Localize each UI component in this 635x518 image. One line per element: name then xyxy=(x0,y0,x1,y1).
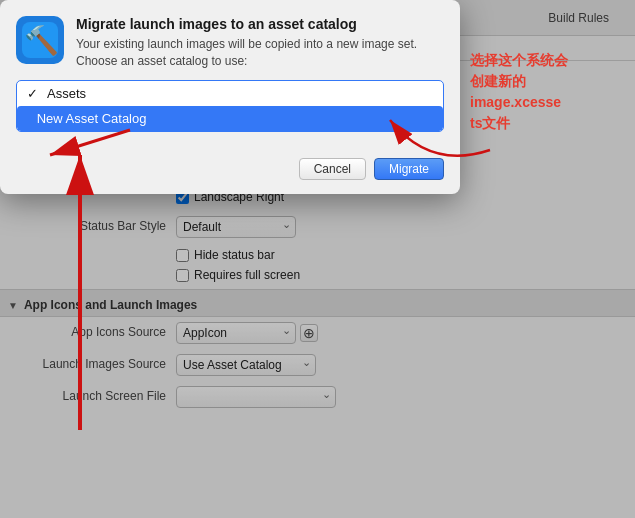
svg-text:🔨: 🔨 xyxy=(24,24,59,57)
annotation-line3: image.xcesse xyxy=(470,94,561,110)
dialog-text-content: Migrate launch images to an asset catalo… xyxy=(76,16,417,70)
annotation-line4: ts文件 xyxy=(470,115,510,131)
annotation: 选择这个系统会 创建新的 image.xcesse ts文件 xyxy=(470,50,630,134)
new-asset-option-label: New Asset Catalog xyxy=(37,111,147,126)
assets-option-label: Assets xyxy=(47,86,86,101)
annotation-text: 选择这个系统会 创建新的 image.xcesse ts文件 xyxy=(470,50,630,134)
dialog-dropdown-area: ✓ Assets New Asset Catalog xyxy=(0,80,460,150)
dialog-option-new-asset-catalog[interactable]: New Asset Catalog xyxy=(17,106,443,131)
dialog-title: Migrate launch images to an asset catalo… xyxy=(76,16,417,32)
dialog-subtitle: Your existing launch images will be copi… xyxy=(76,36,417,70)
annotation-line1: 选择这个系统会 xyxy=(470,52,568,68)
dialog-dropdown-list: ✓ Assets New Asset Catalog xyxy=(16,80,444,132)
xcode-icon: 🔨 xyxy=(16,16,64,64)
dialog-buttons: Cancel Migrate xyxy=(0,150,460,194)
migrate-button[interactable]: Migrate xyxy=(374,158,444,180)
assets-checkmark: ✓ xyxy=(27,86,41,101)
dialog-box: 🔨 Migrate launch images to an asset cata… xyxy=(0,0,460,194)
dialog-option-assets[interactable]: ✓ Assets xyxy=(17,81,443,106)
new-asset-checkmark xyxy=(27,111,31,126)
cancel-button[interactable]: Cancel xyxy=(299,158,366,180)
annotation-line2: 创建新的 xyxy=(470,73,526,89)
main-panel: Build Rules Deployment Target Devices Un… xyxy=(0,0,635,518)
dialog-header: 🔨 Migrate launch images to an asset cata… xyxy=(0,0,460,80)
